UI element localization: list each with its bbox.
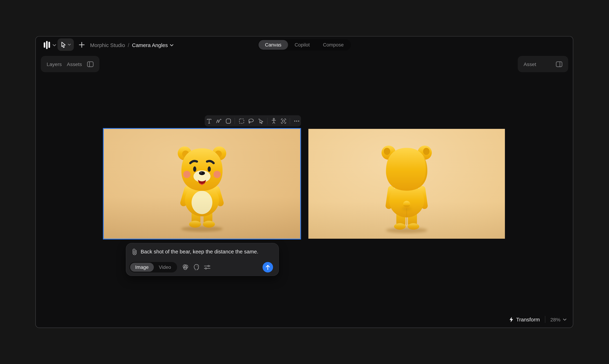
zoom-level: 28% [550, 316, 560, 322]
chevron-down-icon [67, 43, 71, 46]
shape-tool-button[interactable] [224, 117, 233, 125]
lightning-icon [509, 316, 514, 322]
toolbar-divider [267, 118, 268, 124]
app-logo-menu[interactable] [43, 39, 56, 51]
breadcrumb-page-label: Camera Angles [132, 42, 168, 48]
transform-button[interactable]: Transform [509, 316, 540, 322]
chevron-down-icon [170, 44, 174, 46]
prompt-box: Back shot of the bear, keep the distance… [126, 243, 279, 276]
toolbar-divider [235, 118, 235, 124]
breadcrumb-app[interactable]: Morphic Studio [90, 42, 125, 48]
rings-icon[interactable] [181, 263, 189, 271]
chevron-down-icon [52, 44, 56, 46]
app-window: Morphic Studio / Camera Angles Canvas Co… [0, 0, 609, 364]
frame-crop-icon [281, 118, 286, 124]
top-bar: Morphic Studio / Camera Angles Canvas Co… [36, 37, 573, 54]
ai-select-tool-button[interactable] [256, 117, 265, 125]
view-tabs: Canvas Copilot Compose [257, 39, 351, 50]
select-tool-button[interactable] [57, 38, 74, 51]
face-profile-icon[interactable] [192, 263, 200, 271]
marquee-select-tool-button[interactable] [237, 117, 246, 125]
left-panel-toggle: Layers Assets [41, 56, 99, 72]
asset-button[interactable]: Asset [524, 61, 536, 67]
sidebar-left-icon[interactable] [87, 61, 94, 67]
mode-video-button[interactable]: Video [154, 263, 176, 272]
tab-copilot[interactable]: Copilot [288, 40, 316, 50]
add-button[interactable] [77, 40, 86, 49]
marquee-icon [239, 118, 244, 124]
canvas-image-bear-back[interactable] [308, 129, 505, 239]
status-divider [545, 316, 545, 323]
toolbar-divider [290, 118, 290, 124]
text-tool-button[interactable] [205, 117, 214, 125]
bear-back-illustration [371, 138, 442, 235]
status-bar: Transform 28% [509, 316, 567, 323]
prompt-input-row: Back shot of the bear, keep the distance… [126, 243, 279, 255]
paperclip-icon[interactable] [132, 249, 137, 255]
canvas-tool-strip [205, 115, 301, 126]
breadcrumb: Morphic Studio / Camera Angles [90, 37, 174, 54]
morphic-logo-icon [43, 41, 50, 49]
canvas-image-bear-front[interactable] [104, 129, 300, 239]
draw-tool-button[interactable] [214, 117, 223, 125]
text-tool-icon [206, 118, 212, 124]
breadcrumb-page[interactable]: Camera Angles [132, 42, 174, 48]
zoom-control[interactable]: 28% [550, 316, 567, 322]
sparkle-cursor-icon [258, 118, 264, 124]
tab-canvas[interactable]: Canvas [258, 40, 288, 50]
sliders-icon[interactable] [203, 263, 211, 271]
sidebar-right-icon[interactable] [556, 61, 562, 67]
arrow-up-icon [265, 264, 270, 270]
prompt-action-icons [181, 263, 211, 271]
breadcrumb-separator: / [128, 42, 129, 48]
chevron-down-icon [563, 318, 567, 321]
person-icon [271, 118, 276, 124]
tab-compose[interactable]: Compose [316, 40, 350, 50]
layers-button[interactable]: Layers [47, 61, 62, 67]
prompt-controls-row: Image Video [129, 262, 275, 273]
bear-front-illustration [167, 139, 237, 233]
frame-tool-button[interactable] [279, 117, 288, 125]
send-button[interactable] [262, 262, 273, 273]
rectangle-icon [226, 118, 231, 124]
plus-icon [79, 42, 84, 48]
mode-switch: Image Video [129, 262, 177, 273]
ellipsis-icon [294, 120, 299, 122]
more-tools-button[interactable] [292, 117, 301, 125]
cursor-icon [60, 41, 66, 48]
right-panel-toggle: Asset [518, 56, 568, 72]
lasso-tool-button[interactable] [247, 117, 256, 125]
pose-tool-button[interactable] [270, 117, 278, 125]
lasso-icon [248, 118, 254, 124]
transform-label: Transform [516, 316, 540, 322]
scribble-icon [216, 118, 222, 123]
mode-image-button[interactable]: Image [130, 263, 154, 272]
assets-button[interactable]: Assets [67, 61, 82, 67]
studio-frame: Morphic Studio / Camera Angles Canvas Co… [35, 36, 573, 328]
prompt-text[interactable]: Back shot of the bear, keep the distance… [141, 248, 258, 255]
